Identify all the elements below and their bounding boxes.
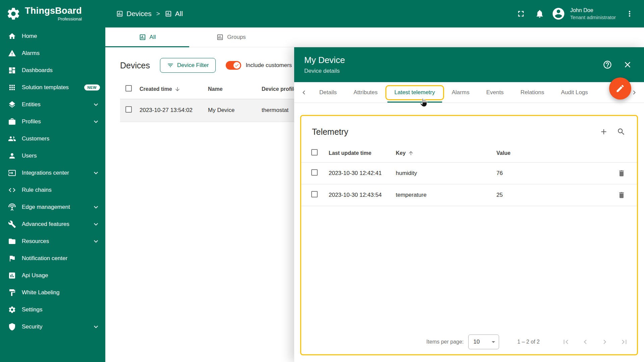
- brand-logo[interactable]: ThingsBoard Professional: [0, 0, 105, 27]
- sidebar-item-label: Advanced features: [22, 221, 86, 228]
- add-telemetry-button[interactable]: [597, 125, 610, 138]
- chevron-down-icon: [92, 220, 100, 228]
- sidebar-item-label: White Labeling: [22, 289, 100, 296]
- items-per-page-label: Items per page:: [426, 339, 464, 345]
- row-checkbox[interactable]: [311, 191, 318, 197]
- tab-latest-telemetry[interactable]: Latest telemetry: [386, 82, 443, 103]
- tab-attributes[interactable]: Attributes: [345, 82, 386, 103]
- sidebar-item-api-usage[interactable]: Api Usage: [0, 267, 105, 284]
- first-page-button[interactable]: [557, 334, 575, 350]
- delete-telemetry-button[interactable]: [615, 167, 628, 179]
- breadcrumb-current-label: All: [175, 10, 183, 18]
- tab-all[interactable]: All: [105, 27, 189, 47]
- help-button[interactable]: [600, 57, 615, 72]
- sidebar-item-advanced-features[interactable]: Advanced features: [0, 216, 105, 233]
- user-name: John Doe: [570, 7, 616, 14]
- breadcrumb-root-label: Devices: [126, 10, 152, 18]
- next-page-button[interactable]: [596, 334, 613, 350]
- include-customers-toggle[interactable]: Include customers: [226, 61, 292, 70]
- chevron-left-icon: [581, 338, 590, 346]
- sidebar-item-settings[interactable]: Settings: [0, 301, 105, 318]
- sidebar-item-alarms[interactable]: Alarms: [0, 45, 105, 62]
- chevron-down-icon: [92, 118, 100, 126]
- devices-icon: [139, 34, 146, 41]
- telemetry-actions: [597, 125, 628, 138]
- entity-group-tabs: All Groups: [105, 27, 644, 47]
- tab-events[interactable]: Events: [478, 82, 512, 103]
- sidebar-item-profiles[interactable]: Profiles: [0, 113, 105, 130]
- sidebar-item-rule-chains[interactable]: Rule chains: [0, 181, 105, 198]
- thingsboard-app: ThingsBoard Professional Home Alarms Das…: [0, 0, 644, 362]
- created-time-sort-header[interactable]: Created time: [140, 86, 180, 92]
- previous-page-button[interactable]: [577, 334, 594, 350]
- tab-details[interactable]: Details: [311, 82, 345, 103]
- telemetry-row[interactable]: 2023-10-30 12:43:54 temperature 25: [301, 184, 637, 206]
- value-header[interactable]: Value: [496, 144, 615, 162]
- sidebar-item-security[interactable]: Security: [0, 318, 105, 335]
- select-all-checkbox[interactable]: [125, 85, 132, 92]
- device-filter-button[interactable]: Device Filter: [160, 58, 216, 73]
- sidebar-item-label: Entities: [22, 101, 86, 108]
- row-checkbox[interactable]: [311, 169, 318, 176]
- sidebar-item-resources[interactable]: Resources: [0, 233, 105, 250]
- name-header[interactable]: Name: [208, 79, 262, 99]
- sidebar-item-edge-management[interactable]: Edge management: [0, 198, 105, 216]
- telemetry-key: temperature: [396, 184, 496, 206]
- tabs-scroll-left-button[interactable]: [297, 82, 311, 103]
- telemetry-empty-space: [301, 206, 637, 330]
- groups-icon: [216, 34, 224, 41]
- user-avatar[interactable]: [551, 6, 566, 21]
- tab-alarms[interactable]: Alarms: [443, 82, 478, 103]
- sidebar-item-label: Settings: [22, 306, 100, 313]
- sidebar-item-users[interactable]: Users: [0, 147, 105, 164]
- last-update-time-header[interactable]: Last update time: [329, 144, 396, 162]
- fullscreen-button[interactable]: [513, 6, 529, 21]
- sidebar-item-notification-center[interactable]: Notification center: [0, 250, 105, 267]
- search-telemetry-button[interactable]: [615, 125, 628, 138]
- delete-telemetry-button[interactable]: [615, 189, 628, 201]
- edit-device-fab[interactable]: [609, 77, 631, 100]
- sidebar-item-integrations-center[interactable]: Integrations center: [0, 164, 105, 181]
- account-circle-icon: [551, 7, 566, 21]
- row-checkbox[interactable]: [125, 106, 132, 113]
- paginator: Items per page: 10 1 – 2 of 2: [301, 329, 637, 354]
- notifications-button[interactable]: [532, 6, 547, 21]
- toggle-track[interactable]: [226, 61, 241, 70]
- breadcrumb-devices[interactable]: Devices: [116, 10, 152, 18]
- sidebar-item-dashboards[interactable]: Dashboards: [0, 62, 105, 79]
- sidebar-item-customers[interactable]: Customers: [0, 130, 105, 147]
- telemetry-title: Telemetry: [312, 127, 348, 137]
- more-menu-button[interactable]: [622, 6, 637, 21]
- sidebar-item-entities[interactable]: Entities: [0, 96, 105, 113]
- dashboard-icon: [8, 66, 16, 74]
- breadcrumb-all[interactable]: All: [165, 10, 183, 18]
- tab-audit-logs-label: Audit Logs: [561, 89, 588, 96]
- key-sort-header[interactable]: Key: [396, 150, 414, 156]
- user-info: John Doe Tenant administrator: [570, 7, 616, 20]
- briefcase-icon: [8, 118, 16, 126]
- tab-groups[interactable]: Groups: [189, 27, 273, 47]
- last-page-button[interactable]: [615, 334, 633, 350]
- search-icon: [617, 127, 626, 136]
- people-icon: [8, 135, 16, 143]
- toggle-knob: [233, 62, 240, 69]
- select-all-telemetry-checkbox[interactable]: [311, 149, 318, 156]
- tab-audit-logs[interactable]: Audit Logs: [553, 82, 596, 103]
- sidebar-item-solution-templates[interactable]: Solution templates NEW: [0, 79, 105, 96]
- help-icon: [603, 60, 612, 69]
- sort-asc-arrow-icon: [408, 150, 414, 156]
- page-size-select[interactable]: 10: [468, 335, 499, 349]
- sidebar-item-label: Alarms: [22, 50, 100, 57]
- sidebar-item-home[interactable]: Home: [0, 27, 105, 45]
- sidebar-item-label: Notification center: [22, 255, 100, 262]
- chevron-down-icon: [92, 323, 100, 331]
- devices-icon: [116, 10, 123, 17]
- sidebar-item-label: Security: [22, 323, 86, 330]
- tab-relations[interactable]: Relations: [512, 82, 553, 103]
- layers-icon: [8, 101, 16, 109]
- telemetry-row[interactable]: 2023-10-30 12:42:41 humidity 76: [301, 162, 637, 184]
- telemetry-time: 2023-10-30 12:42:41: [329, 162, 396, 184]
- close-drawer-button[interactable]: [620, 57, 635, 72]
- sidebar-item-white-labeling[interactable]: White Labeling: [0, 284, 105, 301]
- device-name: My Device: [208, 99, 262, 122]
